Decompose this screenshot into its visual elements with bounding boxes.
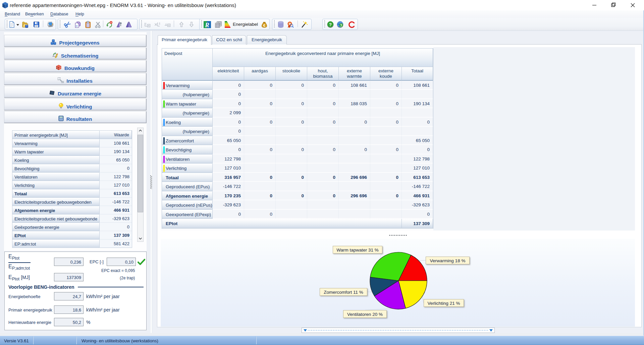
svg-text:€: € <box>263 23 265 27</box>
svg-text:R: R <box>205 21 209 28</box>
svg-text:?: ? <box>329 22 332 27</box>
svg-text:?: ? <box>340 24 342 27</box>
